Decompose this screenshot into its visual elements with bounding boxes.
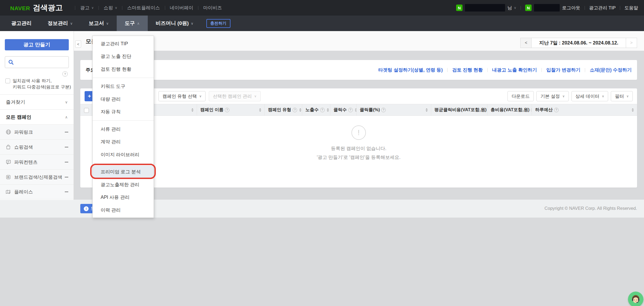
- chevron-down-icon: ∨: [70, 21, 73, 25]
- brand-naver: NAVER: [10, 5, 30, 12]
- table-toolbar: + 캠페인 유형 선택∨ 선택한 캠페인 관리∨ 다운로드 기본 설정∨ 상세 …: [80, 88, 637, 104]
- sidebar-item-place[interactable]: 플레이스: [0, 184, 74, 199]
- sidebar-item-all-campaigns[interactable]: 모든 캠페인 ∧: [0, 109, 74, 124]
- exclamation-circle-icon: [351, 125, 366, 140]
- sort-icon[interactable]: [353, 108, 357, 112]
- sort-icon[interactable]: [630, 108, 634, 112]
- sidebar-item-brand-search[interactable]: B 브랜드검색/신제품검색: [0, 169, 74, 184]
- empty-state: 등록된 캠페인이 없습니다. '광고 만들기'로 '캠페인'을 등록해보세요.: [80, 116, 637, 161]
- help-question-icon[interactable]: [348, 108, 353, 112]
- sidebar-item-powercontents[interactable]: 파워컨텐츠: [0, 154, 74, 169]
- date-range-label[interactable]: 지난 7일 : 2024.08.06. ~ 2024.08.12.: [532, 38, 626, 48]
- match-search-checkbox[interactable]: [5, 79, 10, 83]
- divider: [447, 68, 448, 72]
- dropdown-item-document-management[interactable]: 서류 관리: [93, 123, 154, 136]
- dropdown-item-ad-exposure-restriction[interactable]: 광고노출제한 관리: [93, 178, 154, 191]
- collapse-minus-icon[interactable]: [65, 177, 68, 177]
- link-review-status[interactable]: 검토 진행 현황: [452, 67, 483, 73]
- chevron-down-icon[interactable]: ∨: [514, 6, 516, 10]
- sort-icon[interactable]: [189, 108, 194, 112]
- help-question-icon[interactable]: [225, 108, 229, 112]
- link-check-my-ad[interactable]: 내광고 노출 확인하기: [492, 67, 537, 73]
- dropdown-item-ad-tip[interactable]: 광고관리 TIP: [93, 37, 154, 50]
- link-edit-creative[interactable]: 소재(문안) 수정하기: [590, 67, 632, 73]
- chevron-up-icon: ∧: [137, 21, 140, 25]
- help-question-icon[interactable]: [293, 108, 297, 112]
- campaign-type-select[interactable]: 캠페인 유형 선택∨: [158, 91, 206, 101]
- sort-icon[interactable]: [423, 108, 428, 112]
- divider: [585, 6, 585, 10]
- link-change-bid[interactable]: 입찰가 변경하기: [546, 67, 580, 73]
- create-ad-button[interactable]: 광고 만들기: [5, 39, 69, 50]
- chevron-up-icon: ∧: [65, 115, 68, 119]
- download-button[interactable]: 다운로드: [507, 91, 534, 101]
- help-question-icon[interactable]: [381, 108, 386, 112]
- dropdown-item-exposure-diagnosis[interactable]: 광고 노출 진단: [93, 50, 154, 63]
- nav-bizmoney[interactable]: 비즈머니 (0원)∨: [148, 16, 202, 31]
- product-title: 검색광고: [33, 3, 63, 13]
- select-all-checkbox[interactable]: [84, 108, 89, 113]
- campaign-table-card: + 캠페인 유형 선택∨ 선택한 캠페인 관리∨ 다운로드 기본 설정∨ 상세 …: [80, 88, 637, 188]
- map-pin-icon: [5, 189, 11, 195]
- chevron-down-icon: ∨: [626, 94, 629, 98]
- help-question-icon[interactable]: [320, 108, 325, 112]
- account-suffix: 님: [507, 5, 512, 11]
- date-next-button[interactable]: >: [626, 38, 637, 48]
- dropdown-item-image-library[interactable]: 이미지 라이브러리: [93, 148, 154, 161]
- filter-button[interactable]: 필터∨: [611, 91, 633, 101]
- sort-icon[interactable]: [257, 108, 261, 112]
- campaign-search-box[interactable]: [5, 56, 69, 68]
- header-cell-daily-budget: 하루예산: [532, 104, 637, 115]
- sort-icon[interactable]: [325, 108, 329, 112]
- nav-ad-management[interactable]: 광고관리: [3, 16, 40, 31]
- chevron-down-icon: ∨: [562, 94, 565, 98]
- help-question-icon[interactable]: [554, 108, 559, 112]
- charge-button[interactable]: 충전하기: [206, 19, 230, 28]
- help-link[interactable]: 도움말: [624, 5, 638, 11]
- date-prev-button[interactable]: <: [520, 38, 532, 48]
- header-cell-ctr: 클릭률(%): [357, 104, 431, 115]
- header-cell-checkbox: [80, 104, 93, 115]
- search-input[interactable]: [16, 60, 65, 65]
- naver-n-badge: N: [456, 5, 463, 11]
- dropdown-item-auto-rules[interactable]: 자동 규칙: [93, 106, 154, 118]
- top-menu-naverpay[interactable]: 네이버페이: [170, 5, 194, 11]
- header-cell-campaign-type: 캠페인 유형: [265, 104, 302, 115]
- sidebar-item-favorites[interactable]: 즐겨찾기 ∨: [0, 94, 74, 109]
- sidebar-collapse-button[interactable]: <: [75, 40, 81, 48]
- sort-icon[interactable]: [297, 108, 301, 112]
- ad-tip-link[interactable]: 광고관리 TIP: [589, 5, 616, 11]
- default-settings-button[interactable]: 기본 설정∨: [536, 91, 569, 101]
- sidebar-item-shopping-search[interactable]: 쇼핑검색: [0, 139, 74, 154]
- collapse-minus-icon[interactable]: [65, 162, 68, 162]
- top-menu-ad[interactable]: 광고∨: [80, 5, 94, 11]
- sidebar-item-powerlink[interactable]: 파워링크: [0, 124, 74, 139]
- dropdown-item-contract-management[interactable]: 계약 관리: [93, 136, 154, 148]
- nav-tools[interactable]: 도구∧: [117, 16, 148, 31]
- detail-data-button[interactable]: 상세 데이터∨: [571, 91, 608, 101]
- collapse-minus-icon[interactable]: [65, 147, 68, 147]
- top-menu-smartplace[interactable]: 스마트플레이스: [127, 5, 160, 11]
- account-area: N 님 ∨ N 로그아웃 광고관리 TIP 도움말: [456, 4, 638, 12]
- collapse-minus-icon[interactable]: [65, 132, 68, 132]
- help-question-icon[interactable]: [62, 71, 68, 77]
- dropdown-item-history-management[interactable]: 이력 관리: [93, 204, 154, 217]
- dropdown-item-keyword-tool[interactable]: 키워드 도구: [93, 80, 154, 93]
- chat-support-avatar[interactable]: [628, 292, 643, 306]
- selected-campaign-manage[interactable]: 선택한 캠페인 관리∨: [209, 91, 260, 101]
- dropdown-item-api-usage[interactable]: API 사용 관리: [93, 191, 154, 204]
- dropdown-item-review-status[interactable]: 검토 진행 현황: [93, 63, 154, 76]
- collapse-minus-icon[interactable]: [65, 192, 68, 192]
- nav-report[interactable]: 보고서∨: [81, 16, 117, 31]
- top-menu-mybiz[interactable]: 마이비즈: [203, 5, 222, 11]
- nav-info-management[interactable]: 정보관리∨: [40, 16, 81, 31]
- dropdown-item-bulk-management[interactable]: 대량 관리: [93, 93, 154, 106]
- search-icon: [8, 59, 14, 65]
- naver-logo[interactable]: NAVER 검색광고: [10, 3, 63, 13]
- top-menu-shopping[interactable]: 쇼핑∨: [104, 5, 117, 11]
- link-targeting-settings[interactable]: 타겟팅 설정하기(성별, 연령 등): [378, 67, 443, 73]
- header-cell-impressions: 노출수: [302, 104, 330, 115]
- logout-link[interactable]: 로그아웃: [562, 5, 580, 11]
- divider: [93, 78, 154, 78]
- dropdown-item-premium-log-analysis[interactable]: 프리미엄 로그 분석: [93, 166, 154, 178]
